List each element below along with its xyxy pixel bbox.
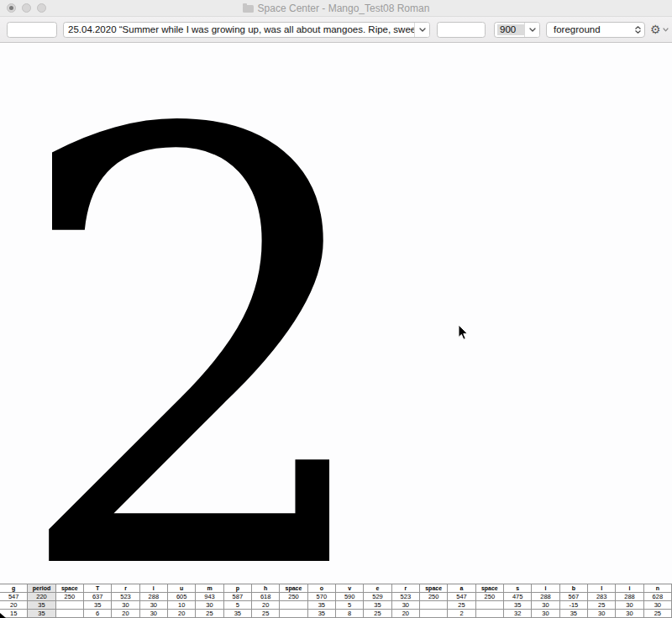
point-size-combobox[interactable]: 900 xyxy=(494,22,540,38)
metrics-width-cell[interactable]: 590 xyxy=(336,593,364,601)
metrics-right-cell[interactable]: 20 xyxy=(392,610,420,618)
metrics-width-cell[interactable]: 250 xyxy=(56,593,84,601)
metrics-width-cell[interactable]: 250 xyxy=(280,593,307,601)
chevron-down-icon[interactable] xyxy=(414,23,429,37)
metrics-col-header[interactable]: space xyxy=(420,584,448,593)
metrics-left-cell[interactable]: -15 xyxy=(560,601,588,610)
metrics-width-cell[interactable]: 628 xyxy=(644,593,672,601)
metrics-col-header[interactable]: space xyxy=(280,584,307,593)
metrics-width-cell[interactable]: 567 xyxy=(560,593,588,601)
metrics-width-cell[interactable]: 250 xyxy=(476,593,504,601)
metrics-col-header[interactable]: i xyxy=(616,584,643,593)
metrics-right-cell[interactable]: 6 xyxy=(84,610,112,618)
metrics-left-cell[interactable]: 30 xyxy=(532,601,559,610)
metrics-right-cell[interactable]: 30 xyxy=(616,610,643,618)
metrics-width-cell[interactable]: 943 xyxy=(196,593,223,601)
metrics-left-cell[interactable]: 30 xyxy=(616,601,643,610)
metrics-width-cell[interactable]: 618 xyxy=(252,593,280,601)
metrics-left-cell[interactable]: 30 xyxy=(196,601,223,610)
layer-popup-value[interactable]: foreground xyxy=(547,24,635,34)
metrics-col-header[interactable]: o xyxy=(308,584,336,593)
metrics-width-cell[interactable]: 529 xyxy=(364,593,391,601)
metrics-width-cell[interactable]: 605 xyxy=(168,593,196,601)
glyph-preview-canvas[interactable]: 2 xyxy=(0,43,672,584)
metrics-right-cell[interactable]: 25 xyxy=(364,610,391,618)
metrics-width-cell[interactable]: 250 xyxy=(420,593,448,601)
metrics-right-cell[interactable]: 32 xyxy=(504,610,532,618)
metrics-col-header[interactable]: p xyxy=(224,584,252,593)
metrics-left-cell[interactable]: 30 xyxy=(112,601,139,610)
options-menu-button[interactable]: ⚙ xyxy=(650,24,669,35)
metrics-left-cell[interactable]: 35 xyxy=(308,601,336,610)
metrics-width-cell[interactable]: 547 xyxy=(0,593,28,601)
metrics-right-cell[interactable]: 25 xyxy=(252,610,280,618)
metrics-left-cell[interactable]: 35 xyxy=(84,601,112,610)
metrics-left-cell[interactable]: 10 xyxy=(168,601,196,610)
metrics-col-header[interactable]: period xyxy=(28,584,55,593)
metrics-col-header[interactable]: i xyxy=(532,584,559,593)
metrics-left-cell[interactable]: 30 xyxy=(392,601,420,610)
metrics-col-header[interactable]: s xyxy=(504,584,532,593)
metrics-right-cell[interactable]: 35 xyxy=(224,610,252,618)
metrics-left-cell[interactable]: 30 xyxy=(644,601,672,610)
metrics-left-cell[interactable]: 30 xyxy=(140,601,168,610)
metrics-col-header[interactable]: g xyxy=(0,584,28,593)
metrics-left-cell[interactable]: 25 xyxy=(588,601,616,610)
metrics-col-header[interactable]: T xyxy=(84,584,112,593)
metrics-col-header[interactable]: r xyxy=(392,584,420,593)
metrics-col-header[interactable]: m xyxy=(196,584,223,593)
metrics-right-cell[interactable]: 30 xyxy=(140,610,168,618)
chevron-down-icon[interactable] xyxy=(524,23,539,37)
metrics-right-cell[interactable]: 20 xyxy=(168,610,196,618)
metrics-left-cell[interactable]: 5 xyxy=(336,601,364,610)
metrics-right-cell[interactable]: 35 xyxy=(308,610,336,618)
metrics-width-cell[interactable]: 288 xyxy=(532,593,559,601)
metrics-left-cell[interactable]: 20 xyxy=(252,601,280,610)
metrics-col-header[interactable]: space xyxy=(56,584,84,593)
metrics-width-cell[interactable]: 587 xyxy=(224,593,252,601)
metrics-col-header[interactable]: h xyxy=(252,584,280,593)
metrics-left-cell[interactable]: 20 xyxy=(0,601,28,610)
metrics-left-cell[interactable]: 25 xyxy=(448,601,475,610)
metrics-col-header[interactable]: space xyxy=(476,584,504,593)
metrics-width-cell[interactable]: 523 xyxy=(392,593,420,601)
metrics-width-cell[interactable]: 475 xyxy=(504,593,532,601)
point-size-value[interactable]: 900 xyxy=(497,24,524,35)
metrics-width-cell[interactable]: 288 xyxy=(140,593,168,601)
metrics-right-cell[interactable]: 35 xyxy=(560,610,588,618)
metrics-col-header[interactable]: b xyxy=(560,584,588,593)
sample-text-value[interactable]: 25.04.2020 “Summer while I was growing u… xyxy=(64,23,414,37)
metrics-right-cell[interactable]: 25 xyxy=(196,610,223,618)
metrics-left-cell[interactable]: 5 xyxy=(224,601,252,610)
left-glyph-input[interactable] xyxy=(7,22,57,38)
metrics-right-cell[interactable]: 35 xyxy=(28,610,55,618)
layer-popup-button[interactable]: foreground xyxy=(546,22,645,38)
metrics-width-cell[interactable]: 288 xyxy=(616,593,643,601)
metrics-width-cell[interactable]: 523 xyxy=(112,593,139,601)
metrics-width-cell[interactable]: 283 xyxy=(588,593,616,601)
metrics-right-cell[interactable]: 20 xyxy=(112,610,139,618)
metrics-width-cell[interactable]: 637 xyxy=(84,593,112,601)
metrics-left-cell[interactable]: 35 xyxy=(364,601,391,610)
metrics-col-header[interactable]: r xyxy=(112,584,139,593)
metrics-width-cell[interactable]: 547 xyxy=(448,593,475,601)
metrics-right-cell[interactable]: 30 xyxy=(532,610,559,618)
metrics-col-header[interactable]: e xyxy=(364,584,391,593)
metrics-width-cell[interactable]: 570 xyxy=(308,593,336,601)
metrics-width-cell[interactable]: 220 xyxy=(28,593,55,601)
metrics-left-cell[interactable]: 35 xyxy=(28,601,55,610)
metrics-right-cell[interactable]: 2 xyxy=(448,610,475,618)
metrics-col-header[interactable]: v xyxy=(336,584,364,593)
metrics-col-header[interactable]: i xyxy=(140,584,168,593)
metrics-col-header[interactable]: n xyxy=(644,584,672,593)
sample-text-combobox[interactable]: 25.04.2020 “Summer while I was growing u… xyxy=(63,22,430,38)
metrics-col-header[interactable]: l xyxy=(588,584,616,593)
right-glyph-input[interactable] xyxy=(437,22,486,38)
gear-icon[interactable]: ⚙ xyxy=(650,24,661,35)
metrics-right-cell[interactable]: 30 xyxy=(588,610,616,618)
metrics-col-header[interactable]: a xyxy=(448,584,475,593)
metrics-right-cell[interactable]: 8 xyxy=(336,610,364,618)
metrics-col-header[interactable]: u xyxy=(168,584,196,593)
metrics-right-cell[interactable]: 25 xyxy=(644,610,672,618)
metrics-left-cell[interactable]: 35 xyxy=(504,601,532,610)
